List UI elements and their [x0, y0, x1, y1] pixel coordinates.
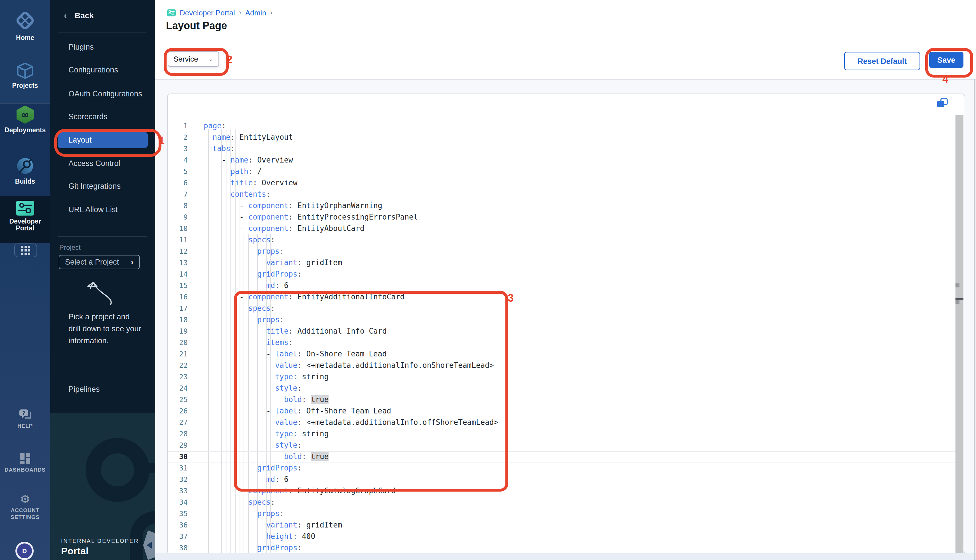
code-line-30[interactable]: 30 bold: true [168, 451, 963, 462]
code-line-23[interactable]: 23 type: string [168, 371, 963, 383]
editor-scrollbar[interactable] [956, 115, 963, 554]
code-editor[interactable]: 1page:2 name: EntityLayout3 tabs:4 - nam… [168, 120, 963, 554]
code-line-14[interactable]: 14 gridProps: [168, 268, 963, 280]
reset-default-button[interactable]: Reset Default [844, 52, 920, 70]
svg-text:∞: ∞ [21, 109, 29, 120]
line-number: 1 [168, 120, 188, 132]
code-text: gridProps: [188, 463, 302, 472]
code-line-25[interactable]: 25 bold: true [168, 394, 963, 405]
sidebar-item-builds[interactable]: Builds [0, 156, 50, 185]
entity-kind-select[interactable]: Service ⌄ [168, 51, 219, 67]
code-line-15[interactable]: 15 md: 6 [168, 280, 963, 292]
code-line-2[interactable]: 2 name: EntityLayout [168, 132, 963, 143]
code-line-19[interactable]: 19 title: Additional Info Card [168, 326, 963, 337]
sidebar-item-projects[interactable]: Projects [0, 62, 50, 90]
sidebar-item-access-control[interactable]: Access Control [68, 159, 120, 168]
bottom-scroll-strip[interactable] [155, 553, 976, 560]
sidebar-item-git-integrations[interactable]: Git Integrations [68, 182, 121, 190]
code-line-28[interactable]: 28 type: string [168, 428, 963, 440]
code-line-7[interactable]: 7 contents: [168, 189, 963, 200]
decorative-bar [144, 463, 155, 473]
line-number: 11 [168, 234, 188, 246]
code-line-12[interactable]: 12 props: [168, 246, 963, 257]
sidebar-item-deployments[interactable]: ∞ Deployments [0, 105, 50, 134]
code-line-5[interactable]: 5 path: / [168, 166, 963, 177]
code-line-29[interactable]: 29 style: [168, 440, 963, 451]
back-button[interactable]: ‹ Back [64, 10, 94, 20]
copy-icon[interactable] [937, 98, 948, 108]
code-line-10[interactable]: 10 - component: EntityAboutCard [168, 223, 963, 234]
code-text: page: [188, 122, 226, 130]
code-line-35[interactable]: 35 props: [168, 508, 963, 520]
chevron-down-icon: ⌄ [208, 55, 214, 63]
code-line-4[interactable]: 4 - name: Overview [168, 155, 963, 166]
line-number: 26 [168, 405, 188, 417]
code-text: height: 400 [188, 532, 315, 541]
divider [58, 33, 147, 33]
code-line-38[interactable]: 38 gridProps: [168, 542, 963, 554]
line-number: 18 [168, 314, 188, 326]
code-line-6[interactable]: 6 title: Overview [168, 177, 963, 189]
chevron-right-icon: › [239, 8, 241, 17]
code-line-13[interactable]: 13 variant: gridItem [168, 257, 963, 268]
code-line-33[interactable]: 33 - component: EntityCatalogGraphCard [168, 485, 963, 497]
code-line-20[interactable]: 20 items: [168, 337, 963, 348]
breadcrumb-admin[interactable]: Admin [245, 8, 266, 17]
code-line-1[interactable]: 1page: [168, 120, 963, 132]
code-line-32[interactable]: 32 md: 6 [168, 474, 963, 485]
sidebar-item-help[interactable]: ? HELP [0, 408, 50, 429]
line-number: 5 [168, 166, 188, 177]
sidebar-item-developer-portal[interactable]: Developer Portal [0, 201, 50, 232]
code-line-8[interactable]: 8 - component: EntityOrphanWarning [168, 200, 963, 212]
code-line-26[interactable]: 26 - label: Off-Shore Team Lead [168, 405, 963, 417]
line-number: 19 [168, 326, 188, 337]
sidebar-item-plugins[interactable]: Plugins [68, 43, 94, 51]
avatar[interactable]: D [15, 542, 33, 560]
code-line-31[interactable]: 31 gridProps: [168, 462, 963, 474]
sidebar-item-account-settings[interactable]: ⚙ ACCOUNT SETTINGS [0, 493, 50, 521]
line-number: 25 [168, 394, 188, 405]
code-line-36[interactable]: 36 variant: gridItem [168, 520, 963, 531]
code-line-22[interactable]: 22 value: <+metadata.additionalInfo.onSh… [168, 360, 963, 371]
line-number: 4 [168, 155, 188, 166]
select-project-button[interactable]: Select a Project › [59, 255, 140, 269]
line-number: 15 [168, 280, 188, 292]
line-number: 35 [168, 508, 188, 520]
code-line-11[interactable]: 11 specs: [168, 234, 963, 246]
window-scrollbar[interactable] [974, 79, 976, 560]
line-number: 21 [168, 348, 188, 360]
code-line-27[interactable]: 27 value: <+metadata.additionalInfo.offS… [168, 417, 963, 428]
code-line-24[interactable]: 24 style: [168, 383, 963, 394]
code-line-18[interactable]: 18 props: [168, 314, 963, 326]
line-number: 16 [168, 292, 188, 303]
app-window: Home Projects ∞ Deployments [0, 0, 976, 560]
rail-label: ACCOUNT SETTINGS [7, 507, 43, 521]
home-icon [0, 9, 50, 32]
brand-line-big: Portal [61, 546, 88, 557]
apps-grid-icon[interactable] [14, 243, 37, 257]
sidebar-item-dashboards[interactable]: DASHBOARDS [0, 452, 50, 473]
sidebar-item-scorecards[interactable]: Scorecards [68, 112, 108, 121]
code-line-9[interactable]: 9 - component: EntityProcessingErrorsPan… [168, 212, 963, 223]
sidebar-item-home[interactable]: Home [0, 9, 50, 42]
save-button[interactable]: Save [929, 52, 963, 68]
sidebar-item-url-allow-list[interactable]: URL Allow List [68, 205, 118, 213]
sidebar-item-oauth-configurations[interactable]: OAuth Configurations [68, 89, 142, 98]
line-number: 20 [168, 337, 188, 348]
code-line-34[interactable]: 34 specs: [168, 497, 963, 508]
sidebar-item-layout[interactable]: Layout [58, 132, 148, 148]
line-number: 28 [168, 428, 188, 440]
code-line-17[interactable]: 17 specs: [168, 303, 963, 314]
breadcrumb-developer-portal[interactable]: Developer Portal [180, 8, 235, 17]
code-line-16[interactable]: 16 - component: EntityAdditionalInfoCard [168, 292, 963, 303]
line-number: 33 [168, 485, 188, 497]
rail-label: DASHBOARDS [0, 467, 50, 473]
line-number: 13 [168, 257, 188, 268]
sidebar-item-configurations[interactable]: Configurations [68, 66, 118, 74]
brand-line-small: INTERNAL DEVELOPER [61, 538, 139, 544]
code-line-3[interactable]: 3 tabs: [168, 143, 963, 155]
code-line-37[interactable]: 37 height: 400 [168, 531, 963, 542]
code-text: - component: EntityAboutCard [188, 224, 364, 233]
sidebar-item-pipelines[interactable]: Pipelines [68, 385, 100, 393]
code-line-21[interactable]: 21 - label: On-Shore Team Lead [168, 348, 963, 360]
